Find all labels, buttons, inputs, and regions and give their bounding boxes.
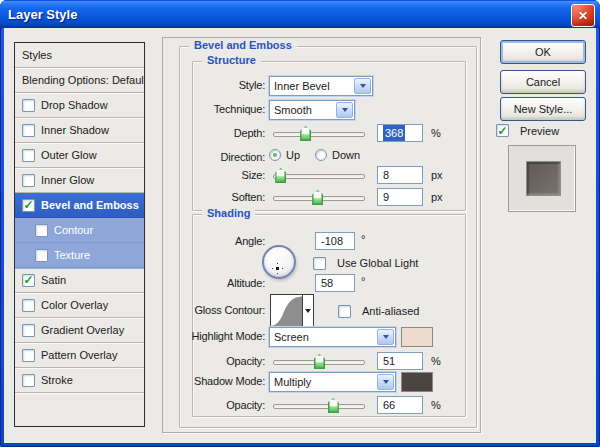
highlight-mode-dropdown[interactable]: Screen (269, 327, 396, 347)
shading-legend: Shading (202, 207, 255, 219)
checkbox-unchecked[interactable] (22, 149, 35, 162)
depth-value: 368 (383, 125, 405, 141)
checkbox-unchecked[interactable] (22, 349, 35, 362)
slider-thumb[interactable] (314, 354, 325, 369)
styles-list-item-styles[interactable]: Styles (15, 43, 144, 68)
technique-label: Technique: (214, 103, 265, 115)
size-slider[interactable] (273, 174, 365, 179)
ok-button[interactable]: OK (500, 40, 586, 64)
checkbox-unchecked[interactable] (35, 224, 48, 237)
depth-input[interactable]: 368 (377, 124, 423, 142)
checkbox-unchecked[interactable] (22, 324, 35, 337)
highlight-opacity-slider[interactable] (273, 360, 365, 365)
direction-up-radio[interactable] (269, 149, 281, 161)
direction-up-label: Up (286, 149, 300, 161)
styles-list-item-blending-options-default[interactable]: Blending Options: Default (15, 68, 144, 93)
gloss-contour-picker[interactable] (270, 294, 314, 328)
slider-thumb[interactable] (312, 190, 323, 205)
size-input[interactable]: 8 (377, 166, 423, 184)
styles-list-item-stroke[interactable]: Stroke (15, 368, 144, 393)
checkbox-unchecked[interactable] (22, 174, 35, 187)
styles-list-item-drop-shadow[interactable]: Drop Shadow (15, 93, 144, 118)
cancel-button-label: Cancel (526, 76, 560, 88)
preview-toggle-row: ✓ Preview (496, 124, 559, 137)
shadow-opacity-input[interactable]: 66 (377, 396, 423, 414)
slider-thumb[interactable] (275, 168, 286, 183)
new-style-button[interactable]: New Style... (500, 97, 586, 121)
chevron-down-icon[interactable] (377, 329, 394, 345)
layer-style-dialog: Layer Style ✕ StylesBlending Options: De… (0, 0, 600, 447)
slider-track[interactable] (273, 174, 365, 179)
dialog-body: StylesBlending Options: DefaultDrop Shad… (4, 28, 596, 443)
titlebar[interactable]: Layer Style ✕ (0, 0, 600, 28)
slider-thumb[interactable] (328, 398, 339, 413)
slider-thumb[interactable] (300, 126, 311, 141)
highlight-opacity-input[interactable]: 51 (377, 352, 423, 370)
shadow-color-swatch[interactable] (401, 372, 433, 392)
direction-down-label: Down (332, 149, 360, 161)
checkbox-checked[interactable]: ✓ (22, 199, 35, 212)
chevron-down-icon[interactable] (377, 374, 394, 390)
chevron-down-icon[interactable] (354, 78, 371, 94)
checkbox-unchecked[interactable] (22, 124, 35, 137)
checkbox-unchecked[interactable] (35, 249, 48, 262)
close-button[interactable]: ✕ (571, 4, 595, 27)
bevel-emboss-group: Bevel and Emboss Structure Style: Inner … (179, 46, 477, 428)
style-dropdown[interactable]: Inner Bevel (269, 76, 373, 96)
styles-list-label: Color Overlay (41, 299, 108, 311)
shadow-mode-value: Multiply (270, 376, 376, 388)
styles-list-label: Inner Glow (41, 174, 94, 186)
shadow-opacity-value: 66 (383, 399, 395, 411)
styles-list-item-contour[interactable]: Contour (15, 218, 144, 243)
styles-list-item-bevel-and-emboss[interactable]: ✓Bevel and Emboss (15, 193, 144, 218)
size-unit: px (431, 169, 443, 181)
styles-list-item-outer-glow[interactable]: Outer Glow (15, 143, 144, 168)
depth-row: Depth: 368 % (193, 124, 465, 144)
soften-value: 9 (383, 191, 389, 203)
styles-list-item-texture[interactable]: Texture (15, 243, 144, 268)
styles-list-label: Inner Shadow (41, 124, 109, 136)
technique-dropdown[interactable]: Smooth (269, 100, 355, 120)
checkbox-unchecked[interactable] (22, 299, 35, 312)
ok-button-label: OK (535, 46, 551, 58)
slider-track[interactable] (273, 404, 365, 409)
styles-list-item-inner-shadow[interactable]: Inner Shadow (15, 118, 144, 143)
chevron-down-icon[interactable] (336, 102, 353, 118)
direction-down-radio[interactable] (315, 149, 327, 161)
altitude-row: Altitude: 58 ° (193, 274, 465, 294)
styles-list-item-satin[interactable]: ✓Satin (15, 268, 144, 293)
styles-list-item-pattern-overlay[interactable]: Pattern Overlay (15, 343, 144, 368)
shadow-mode-dropdown[interactable]: Multiply (269, 372, 396, 392)
highlight-opacity-unit: % (431, 355, 441, 367)
direction-row: Direction: Up Down (193, 148, 465, 168)
preview-checkbox[interactable]: ✓ (496, 124, 509, 137)
altitude-unit: ° (361, 275, 365, 287)
styles-list-label: Bevel and Emboss (41, 199, 139, 211)
style-value: Inner Bevel (270, 80, 353, 92)
highlight-mode-value: Screen (270, 331, 376, 343)
angle-dial-dot[interactable] (276, 267, 279, 270)
highlight-color-swatch[interactable] (401, 327, 433, 347)
anti-aliased-row: Anti-aliased (338, 304, 419, 318)
slider-track[interactable] (273, 132, 365, 137)
main-panel: Bevel and Emboss Structure Style: Inner … (162, 37, 481, 433)
cancel-button[interactable]: Cancel (500, 70, 586, 94)
altitude-input[interactable]: 58 (315, 274, 355, 292)
styles-list-item-inner-glow[interactable]: Inner Glow (15, 168, 144, 193)
angle-input[interactable]: -108 (315, 232, 355, 250)
checkbox-unchecked[interactable] (22, 99, 35, 112)
styles-list-item-gradient-overlay[interactable]: Gradient Overlay (15, 318, 144, 343)
checkbox-checked[interactable]: ✓ (22, 274, 35, 287)
chevron-down-icon[interactable] (302, 295, 313, 327)
shadow-opacity-slider[interactable] (273, 404, 365, 409)
styles-list-item-color-overlay[interactable]: Color Overlay (15, 293, 144, 318)
use-global-light-checkbox[interactable] (313, 257, 326, 270)
soften-slider[interactable] (273, 196, 365, 201)
depth-slider[interactable] (273, 132, 365, 137)
highlight-opacity-label: Opacity: (226, 355, 265, 367)
styles-list-label: Pattern Overlay (41, 349, 117, 361)
checkbox-unchecked[interactable] (22, 374, 35, 387)
anti-aliased-checkbox[interactable] (338, 305, 351, 318)
angle-label: Angle: (235, 235, 265, 247)
soften-input[interactable]: 9 (377, 188, 423, 206)
